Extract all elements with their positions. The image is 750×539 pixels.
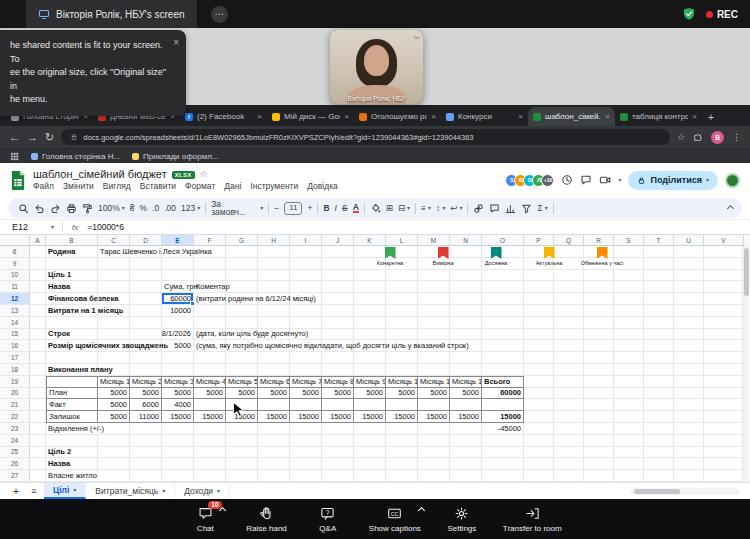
cell[interactable]: [482, 340, 524, 352]
row-header-27[interactable]: 27: [0, 470, 30, 482]
cell-F11[interactable]: Коментар: [194, 281, 226, 293]
cell-E13[interactable]: 10000: [162, 305, 194, 317]
security-shield-icon[interactable]: [682, 7, 696, 21]
share-button[interactable]: Поділитися ▾: [628, 171, 718, 190]
cell-O20[interactable]: 60000: [482, 388, 524, 400]
cell[interactable]: [194, 447, 226, 459]
cell[interactable]: [386, 329, 418, 341]
cell-B26[interactable]: Назва: [46, 458, 98, 470]
cell[interactable]: [30, 364, 46, 376]
browser-tab[interactable]: Мій диск — Goog...×: [267, 107, 354, 126]
cell[interactable]: [30, 470, 46, 482]
cell[interactable]: [704, 435, 744, 447]
cell[interactable]: [418, 435, 450, 447]
cell[interactable]: [290, 305, 322, 317]
more-formats-button[interactable]: 123▾: [181, 204, 200, 213]
font-size-decrease-button[interactable]: −: [274, 204, 279, 213]
cell[interactable]: [98, 470, 130, 482]
cell-I20[interactable]: 5000: [290, 388, 322, 400]
row-header-19[interactable]: 19: [0, 376, 30, 388]
column-header-Q[interactable]: Q: [554, 235, 584, 246]
chat-button[interactable]: 10Chat: [188, 506, 222, 533]
sheet-tab-Цілі[interactable]: Цілі▾: [44, 483, 86, 499]
cell[interactable]: [524, 458, 554, 470]
cell[interactable]: [644, 305, 674, 317]
cell[interactable]: [258, 435, 290, 447]
menu-Дані[interactable]: Дані: [224, 182, 241, 191]
browser-menu-icon[interactable]: ⋮: [732, 132, 741, 142]
cell[interactable]: [674, 470, 704, 482]
cell[interactable]: [258, 305, 290, 317]
cell[interactable]: [386, 305, 418, 317]
cell[interactable]: [524, 447, 554, 459]
cell[interactable]: [554, 423, 584, 435]
tab-close-icon[interactable]: ×: [431, 112, 436, 121]
cell[interactable]: [130, 317, 162, 329]
cell-B16[interactable]: Розмір щомісячних заощаджень: [46, 340, 98, 352]
cell[interactable]: [322, 329, 354, 341]
cell[interactable]: [554, 329, 584, 341]
cell[interactable]: [704, 281, 744, 293]
cell-O19[interactable]: Всього: [482, 376, 524, 388]
history-clock-icon[interactable]: [561, 174, 573, 186]
cell[interactable]: [386, 458, 418, 470]
cell[interactable]: [584, 340, 614, 352]
cell[interactable]: [584, 305, 614, 317]
cell[interactable]: [554, 352, 584, 364]
cell[interactable]: [194, 352, 226, 364]
cell[interactable]: [704, 447, 744, 459]
scrollbar-thumb[interactable]: [634, 489, 680, 494]
cell[interactable]: [554, 470, 584, 482]
font-select-button[interactable]: За замовч...▾: [211, 200, 263, 217]
cell[interactable]: [162, 423, 194, 435]
cell[interactable]: [46, 435, 98, 447]
captions-button[interactable]: CCShow captions: [369, 506, 421, 533]
cell-B15[interactable]: Строк: [46, 329, 98, 341]
back-icon[interactable]: ←: [9, 132, 20, 143]
cell[interactable]: [194, 258, 226, 270]
address-bar[interactable]: docs.google.com/spreadsheets/d/1LoE8W029…: [61, 129, 670, 145]
cell[interactable]: [30, 305, 46, 317]
cell-N20[interactable]: 5000: [450, 388, 482, 400]
cell[interactable]: [30, 399, 46, 411]
vertical-align-button[interactable]: ↕▾: [436, 204, 445, 213]
strikethrough-button[interactable]: S: [342, 204, 348, 213]
cell[interactable]: [554, 388, 584, 400]
cell[interactable]: [644, 470, 674, 482]
cell[interactable]: [674, 293, 704, 305]
chevron-up-icon[interactable]: [418, 506, 425, 513]
cell-K22[interactable]: 15000: [354, 411, 386, 423]
cell[interactable]: [322, 447, 354, 459]
cell[interactable]: [98, 352, 130, 364]
cell[interactable]: [354, 423, 386, 435]
menu-Вставити[interactable]: Вставити: [140, 182, 176, 191]
cell[interactable]: [674, 423, 704, 435]
cell[interactable]: [450, 281, 482, 293]
vertical-scrollbar[interactable]: [742, 246, 749, 482]
cell-H22[interactable]: 15000: [258, 411, 290, 423]
cell[interactable]: [614, 352, 644, 364]
cell[interactable]: [322, 364, 354, 376]
cell[interactable]: [450, 270, 482, 282]
cell[interactable]: [644, 423, 674, 435]
cell[interactable]: [584, 352, 614, 364]
cell[interactable]: [258, 364, 290, 376]
cell[interactable]: [130, 423, 162, 435]
column-header-G[interactable]: G: [226, 235, 258, 246]
sheet-tab-Витрати_місяць[interactable]: Витрати_місяць▾: [86, 483, 175, 499]
cell-B11[interactable]: Назва: [46, 281, 98, 293]
cell[interactable]: [226, 470, 258, 482]
cell[interactable]: [98, 447, 130, 459]
cell[interactable]: [418, 329, 450, 341]
font-size-button[interactable]: 11: [284, 202, 302, 215]
cell[interactable]: [704, 399, 744, 411]
cell[interactable]: [524, 329, 554, 341]
column-header-L[interactable]: L: [386, 235, 418, 246]
cell[interactable]: [322, 317, 354, 329]
row-header-22[interactable]: 22: [0, 411, 30, 423]
cell[interactable]: [194, 317, 226, 329]
cell[interactable]: [524, 411, 554, 423]
cell[interactable]: [614, 305, 644, 317]
cell-B23[interactable]: Відхилення (+/-): [46, 423, 98, 435]
cell[interactable]: [322, 293, 354, 305]
